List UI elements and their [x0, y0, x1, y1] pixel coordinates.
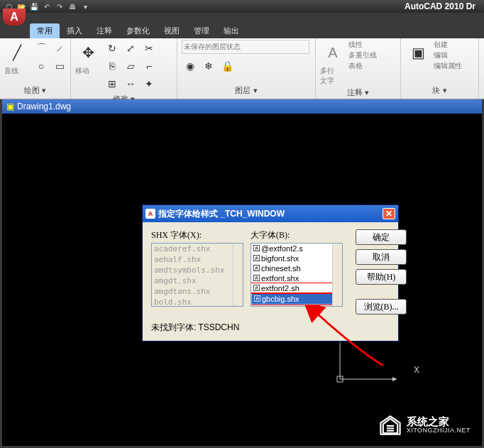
list-item[interactable]: amdtsymbols.shx — [152, 265, 243, 275]
layer-icon[interactable]: ◉ — [182, 58, 199, 75]
edit-label[interactable]: 编辑 — [434, 50, 462, 60]
panel-draw-label[interactable]: 绘图 ▾ — [4, 84, 66, 97]
font-icon: 🄰 — [254, 295, 260, 302]
scale-icon[interactable]: ⤢ — [122, 40, 139, 57]
tab-common[interactable]: 常用 — [30, 23, 60, 38]
undo-icon[interactable]: ↶ — [41, 1, 53, 12]
rotate-icon[interactable]: ↻ — [104, 40, 121, 57]
circle-icon[interactable]: ○ — [33, 58, 50, 75]
freeze-icon[interactable]: ❄ — [200, 58, 217, 75]
shx-listbox[interactable]: acaderef.shx aehalf.shx amdtsymbols.shx … — [151, 243, 243, 307]
create-label[interactable]: 创建 — [434, 40, 462, 50]
panel-block-label[interactable]: 块 ▾ — [405, 84, 474, 97]
copy-icon[interactable]: ⎘ — [104, 58, 121, 75]
move-label: 移动 — [75, 66, 101, 76]
document-title-bar: ▣ Drawing1.dwg — [2, 99, 482, 114]
ribbon-tabs: 常用 插入 注释 参数化 视图 管理 输出 — [0, 24, 484, 38]
tab-annotate[interactable]: 注释 — [89, 23, 119, 38]
panel-block: ▣ 创建 编辑 编辑属性 块 ▾ — [401, 38, 479, 99]
list-item[interactable]: 🄰@extfont2.s — [251, 244, 342, 253]
app-button-row: A — [0, 13, 484, 24]
font-dialog: A 指定字体给样式 _TCH_WINDOW ✕ SHX 字体(X): acade… — [142, 204, 399, 342]
attr-label[interactable]: 编辑属性 — [434, 61, 462, 71]
dialog-footer: 未找到字体: TSSDCHN — [151, 322, 390, 334]
arc-icon[interactable]: ⌒ — [33, 40, 50, 57]
list-item[interactable]: bold.shx — [152, 297, 243, 307]
list-item[interactable]: 🄰chineset.sh — [251, 263, 342, 273]
list-item[interactable]: acaderef.shx — [152, 244, 243, 254]
list-item[interactable]: 🄰spec_bar.sh — [251, 305, 342, 307]
font-icon: 🄰 — [253, 275, 260, 282]
print-icon[interactable]: 🖶 — [67, 1, 78, 12]
list-item[interactable]: 🄰extfont.shx — [251, 273, 342, 283]
help-button[interactable]: 帮助(H) — [356, 269, 407, 285]
fillet-icon[interactable]: ⌐ — [141, 58, 158, 75]
close-button[interactable]: ✕ — [383, 208, 395, 219]
table-label[interactable]: 表格 — [348, 61, 377, 71]
watermark: 系统之家 XITONGZHIJIA.NET — [378, 415, 471, 436]
font-icon: 🄰 — [253, 245, 260, 252]
stretch-icon[interactable]: ↔ — [122, 75, 139, 92]
list-item[interactable]: aehalf.shx — [152, 254, 243, 265]
tab-parametric[interactable]: 参数化 — [119, 23, 157, 38]
panel-annotate-label[interactable]: 注释 ▾ — [320, 86, 396, 99]
watermark-en: XITONGZHIJIA.NET — [407, 427, 471, 435]
bigfont-listbox[interactable]: 🄰@extfont2.s 🄰bigfont.shx 🄰chineset.sh 🄰… — [251, 243, 343, 307]
bigfont-label: 大字体(B): — [251, 229, 343, 241]
move-icon[interactable]: ✥ — [75, 40, 101, 65]
scrollbar[interactable] — [332, 244, 342, 306]
list-item[interactable]: amgdt.shx — [152, 275, 243, 286]
app-title: AutoCAD 2010 Dr — [405, 1, 481, 11]
watermark-icon — [378, 415, 402, 436]
font-icon: 🄰 — [253, 265, 260, 272]
panel-layer: 未保存的图层状态 ◉ ❄ 🔒 图层 ▾ — [177, 38, 316, 99]
polyline-icon[interactable]: ⟋ — [51, 40, 68, 57]
list-item-selected[interactable]: 🄰gbcbig.shx — [251, 293, 342, 305]
block-icon[interactable]: ▣ — [405, 40, 431, 65]
ribbon: ╱ 直线 ⌒⟋ ○▭ 绘图 ▾ ✥ 移动 ↻⤢✂ ⎘▱⌐ ⊞↔✦ 修改 ▾ — [0, 38, 484, 99]
x-axis-label: X — [414, 365, 419, 375]
layer-state[interactable]: 未保存的图层状态 — [182, 40, 309, 54]
tab-manage[interactable]: 管理 — [187, 23, 216, 38]
tab-output[interactable]: 输出 — [216, 23, 246, 38]
save-icon[interactable]: 💾 — [28, 1, 40, 12]
scrollbar[interactable] — [233, 244, 243, 306]
dialog-title: 指定字体给样式 _TCH_WINDOW — [158, 208, 285, 220]
tab-insert[interactable]: 插入 — [60, 23, 89, 38]
linear-label[interactable]: 线性 — [348, 40, 377, 50]
tab-view[interactable]: 视图 — [157, 23, 187, 38]
list-item[interactable]: amgdtans.shx — [152, 286, 243, 297]
font-icon: 🄰 — [253, 255, 260, 262]
dialog-title-bar[interactable]: A 指定字体给样式 _TCH_WINDOW ✕ — [143, 205, 398, 222]
redo-icon[interactable]: ↷ — [54, 1, 65, 12]
rect-icon[interactable]: ▭ — [51, 58, 68, 75]
line-icon[interactable]: ╱ — [4, 40, 30, 65]
mirror-icon[interactable]: ▱ — [122, 58, 139, 75]
dropdown-icon[interactable]: ▾ — [79, 1, 91, 12]
list-item[interactable]: 🄰extfont2.sh — [251, 283, 342, 293]
ok-button[interactable]: 确定 — [356, 229, 407, 245]
list-item[interactable]: 🄰bigfont.shx — [251, 253, 342, 263]
svg-marker-1 — [392, 377, 397, 381]
panel-annotate: A 多行 文字 线性 多重引线 表格 注释 ▾ — [316, 38, 401, 99]
trim-icon[interactable]: ✂ — [141, 40, 158, 57]
panel-draw: ╱ 直线 ⌒⟋ ○▭ 绘图 ▾ — [0, 38, 71, 99]
leader-label[interactable]: 多重引线 — [348, 50, 377, 60]
document-title: Drawing1.dwg — [17, 102, 71, 111]
text-label: 多行 文字 — [320, 66, 346, 86]
array-icon[interactable]: ⊞ — [104, 75, 121, 92]
panel-layer-label[interactable]: 图层 ▾ — [182, 84, 311, 97]
explode-icon[interactable]: ✦ — [141, 75, 158, 92]
title-bar: ▢ 📂 💾 ↶ ↷ 🖶 ▾ AutoCAD 2010 Dr — [0, 0, 484, 13]
document-icon: ▣ — [6, 102, 14, 111]
browse-button[interactable]: 浏览(B)... — [356, 299, 407, 315]
line-label: 直线 — [4, 66, 30, 76]
cancel-button[interactable]: 取消 — [356, 249, 407, 265]
watermark-cn: 系统之家 — [407, 416, 471, 428]
font-icon: 🄰 — [253, 285, 260, 292]
shx-label: SHX 字体(X): — [151, 229, 243, 241]
text-icon[interactable]: A — [320, 40, 346, 65]
panel-modify: ✥ 移动 ↻⤢✂ ⎘▱⌐ ⊞↔✦ 修改 ▾ — [71, 38, 177, 99]
lock-icon[interactable]: 🔒 — [219, 58, 236, 75]
app-menu-button[interactable]: A — [3, 9, 26, 26]
